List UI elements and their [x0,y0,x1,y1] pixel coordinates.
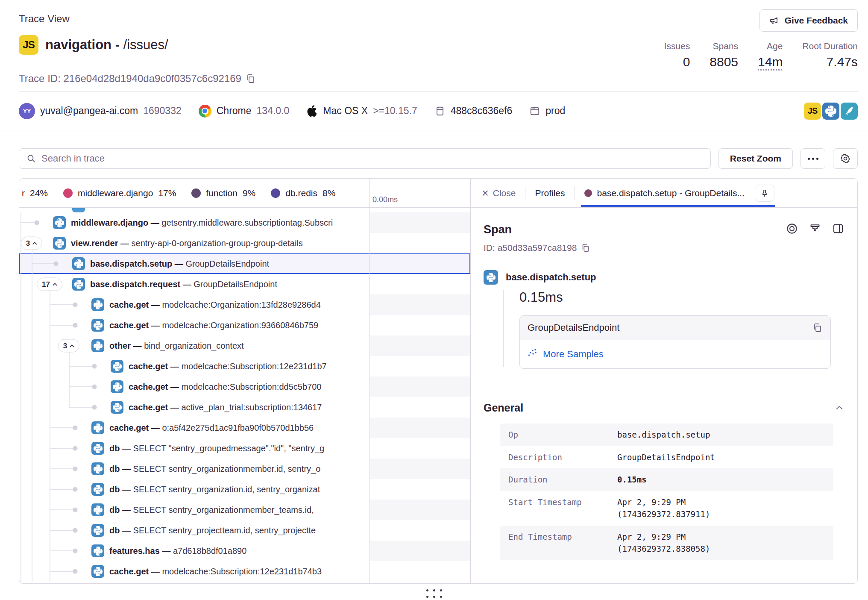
timeline-cell[interactable] [369,356,470,376]
reset-zoom-button[interactable]: Reset Zoom [718,148,793,169]
span-op-color-dot [584,189,592,197]
tree-connector [50,571,75,572]
tree-row[interactable]: 17base.dispatch.request — GroupDetailsEn… [19,274,470,294]
legend-dot [191,188,201,198]
timeline-cell[interactable] [369,294,470,315]
more-samples-link[interactable]: More Samples [520,340,830,368]
os-meta[interactable]: Mac OS X >=10.15.7 [306,105,417,117]
funnel-icon[interactable] [809,222,821,237]
tree-connector-dot [73,549,78,553]
timeline-cell[interactable] [369,418,470,438]
trace-title-path: /issues/ [123,37,168,52]
tree-row[interactable]: cache.get — modelcache:Organization:9366… [19,315,470,335]
close-drawer-button[interactable]: × Close [482,188,516,198]
timeline-cell[interactable] [369,212,470,233]
tree-row[interactable]: db — SELECT "sentry_groupedmessage"."id"… [19,438,470,459]
timeline-cell[interactable] [369,376,470,397]
tree-row[interactable]: middleware.django — getsentry.middleware… [19,212,470,233]
search-icon [26,153,36,164]
copy-icon[interactable] [812,323,823,333]
device-id: 488c8c636ef6 [451,105,513,117]
tree-row[interactable]: cache.get — active_plan_trial:subscripti… [19,397,470,418]
user-meta[interactable]: YY yuval@pangea-ai.com 1690332 [19,103,182,119]
copy-icon[interactable] [246,74,256,84]
tab-label: base.dispatch.setup - GroupDetails... [597,188,745,198]
general-section-header[interactable]: General [484,402,845,414]
tree-row[interactable]: 3view.render — sentry-api-0-organization… [19,233,470,253]
span-op-name: base.dispatch.setup [506,272,596,283]
legend-dot [63,188,73,198]
expand-chip[interactable]: 3 [21,237,42,250]
timeline-cell[interactable] [369,459,470,479]
tree-row[interactable]: cache.get — o:a5f42e275d1ac91fba90f0b570… [19,418,470,438]
meta-bar: YY yuval@pangea-ai.com 1690332 Chrome 13… [0,92,868,130]
tree-guide-line [32,500,32,520]
timeline-cell[interactable] [369,479,470,500]
tree-row[interactable]: db — SELECT sentry_projectteam.id, sentr… [19,520,470,541]
timeline-cell[interactable] [369,520,470,541]
expand-chip[interactable]: 3 [58,339,79,353]
python-icon [91,319,104,332]
tree-row[interactable]: db — SELECT sentry_organization.id, sent… [19,479,470,500]
tree-row[interactable]: base.dispatch.setup — GroupDetailsEndpoi… [19,253,470,274]
copy-icon[interactable] [581,243,590,253]
general-row: Opbase.dispatch.setup [500,424,833,446]
tree-guide-line [21,541,21,561]
side-panel-layout-icon[interactable] [832,222,845,237]
timeline-cell[interactable] [369,315,470,335]
tree-guide-line [32,479,32,500]
timeline-cell[interactable] [369,233,470,253]
more-options-button[interactable] [801,148,825,169]
browser-meta[interactable]: Chrome 134.0.0 [199,105,290,118]
search-placeholder: Search in trace [41,153,105,164]
timeline-cell[interactable] [369,397,470,418]
general-row-label: Description [508,451,617,464]
timeline-cell[interactable] [369,561,470,582]
tree-row[interactable]: cache.get — modelcache:Subscription:12e2… [19,561,470,582]
tree-row[interactable]: 3other — bind_organization_context [19,335,470,356]
timeline-cell[interactable] [369,541,470,561]
python-icon [91,503,104,516]
tab-profiles[interactable]: Profiles [535,179,565,207]
general-row-label: Op [508,429,617,441]
tree-guide-line [21,397,21,418]
environment-meta[interactable]: prod [529,105,565,117]
tree-guide-line [21,500,21,520]
focus-target-icon[interactable] [786,222,798,237]
tree-row[interactable]: cache.get — modelcache:Subscription:12e2… [19,356,470,376]
timeline-cell[interactable] [369,500,470,520]
timeline-cell[interactable] [369,438,470,459]
give-feedback-button[interactable]: Give Feedback [760,9,858,32]
tree-row[interactable]: cache.get — modelcache:Organization:13fd… [19,294,470,315]
python-icon [91,524,104,537]
timeline-cell[interactable] [369,253,470,274]
expand-chip[interactable]: 17 [37,278,62,291]
search-input[interactable]: Search in trace [19,148,711,169]
general-row: Duration0.15ms [500,468,833,491]
tree-row[interactable]: features.has — a7d618b8df01a890 [19,541,470,561]
tree-row[interactable]: db — SELECT sentry_organizationmember_te… [19,500,470,520]
tree-row[interactable]: db — SELECT sentry_organizationmember.id… [19,459,470,479]
tree-row[interactable]: cache.get — modelcache:Subscription:dd5c… [19,376,470,397]
tree-connector [69,386,94,387]
general-row-label: Start Timestamp [508,496,617,521]
pin-tab-button[interactable] [755,185,774,202]
device-meta[interactable]: 488c8c636ef6 [434,105,513,117]
python-icon [91,483,104,496]
tree-connector [32,263,56,264]
settings-button[interactable] [833,148,858,169]
child-count: 3 [63,341,67,350]
tree-timeline-divider[interactable] [369,179,370,583]
span-detail-body: Span ID: a50d33a597ca8198 [471,208,857,560]
header-top-row: Trace View Give Feedback [19,9,858,32]
panel-resize-handle[interactable] [0,584,868,600]
span-title: db — SELECT sentry_organizationmember.id… [109,464,320,474]
timeline-cell[interactable] [369,335,470,356]
span-op-row: base.dispatch.setup [484,270,845,285]
span-heading: Span [484,223,512,236]
general-row-label: Duration [508,474,617,486]
tab-span-details[interactable]: base.dispatch.setup - GroupDetails... [584,179,775,207]
timeline-cell[interactable] [369,274,470,294]
span-header-actions [786,222,845,237]
trace-view-page: Trace View Give Feedback JS navigation -… [0,0,868,600]
